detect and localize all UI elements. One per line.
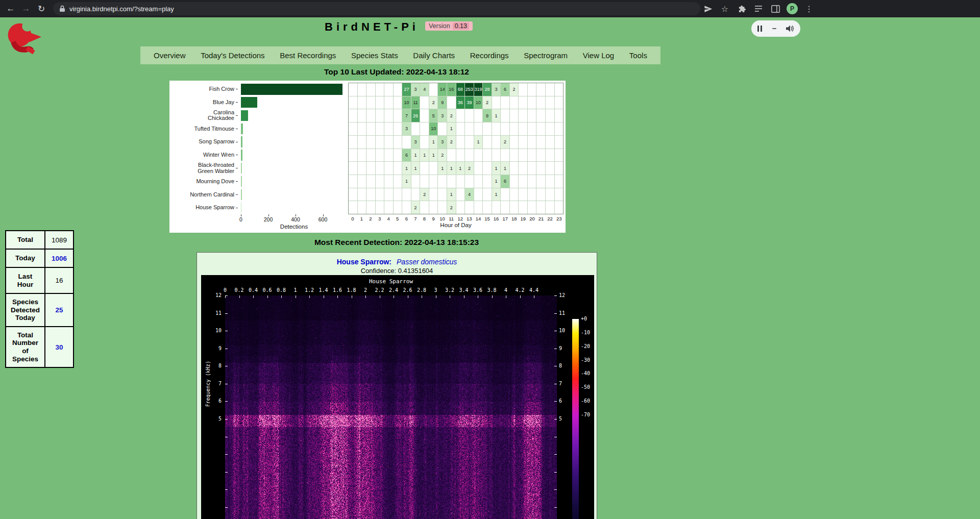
heat-cell: 10 <box>429 122 438 135</box>
heat-cell <box>358 83 367 96</box>
extensions-icon[interactable] <box>736 3 747 14</box>
heat-cell <box>349 109 358 122</box>
bar-xtick: 200 <box>264 216 273 223</box>
nav-item-species-stats[interactable]: Species Stats <box>351 51 398 60</box>
heat-cell <box>366 122 376 135</box>
heat-row-fish-crow: 273414166825331928362 <box>349 83 563 96</box>
heat-cell <box>420 162 429 175</box>
species-label-winter-wren: Winter Wren <box>169 149 238 162</box>
species-label-song-sparrow: Song Sparrow <box>169 135 238 149</box>
nav-item-best-recordings[interactable]: Best Recordings <box>280 51 336 60</box>
heat-cell <box>366 109 376 122</box>
spec-xtick: 3 <box>434 287 437 293</box>
heat-cell <box>528 83 537 96</box>
stats-label: Today <box>6 249 45 267</box>
heat-cell: 319 <box>474 83 483 96</box>
heat-cell <box>349 136 358 149</box>
heat-cell <box>429 175 438 188</box>
heat-row-blue-jay: 1011293639102 <box>349 96 563 110</box>
heat-cell: 3 <box>411 83 421 96</box>
heat-cell: 253 <box>465 83 474 96</box>
heat-cell <box>510 122 519 135</box>
colorbar-tick: -70 <box>581 412 590 417</box>
heat-cell <box>528 122 537 135</box>
heat-cell: 1 <box>492 175 501 188</box>
heat-cell <box>376 201 385 214</box>
pause-button[interactable] <box>757 26 762 32</box>
profile-avatar[interactable]: P <box>787 3 798 14</box>
colorbar-tick: -30 <box>581 357 590 363</box>
heat-cell <box>366 188 376 201</box>
side-panel-icon[interactable] <box>770 3 781 14</box>
heat-cell <box>483 175 492 188</box>
heat-cell <box>376 109 385 122</box>
hour-tick: 8 <box>423 216 426 221</box>
reload-button[interactable]: ↻ <box>35 2 48 15</box>
heat-cell: 1 <box>402 162 411 175</box>
version-badge: Version0.13 <box>425 21 473 31</box>
spec-xtick: 4.2 <box>515 287 524 293</box>
stats-table: Total1089Today1006Last Hour16Species Det… <box>5 230 74 368</box>
heat-cell: 1 <box>411 149 421 162</box>
spec-xtick: 0.6 <box>262 287 272 293</box>
nav-item-overview[interactable]: Overview <box>154 51 186 60</box>
heat-cell <box>546 136 555 149</box>
species-bar-song-sparrow <box>241 136 242 147</box>
nav-item-spectrogram[interactable]: Spectrogram <box>524 51 568 60</box>
species-bar-winter-wren <box>241 150 242 160</box>
detection-scientific-link[interactable]: Passer domesticus <box>397 258 457 266</box>
back-button[interactable]: ← <box>4 2 17 15</box>
heat-cell: 2 <box>429 96 438 109</box>
bar-xtick: 400 <box>291 216 300 223</box>
volume-icon[interactable] <box>786 25 794 32</box>
nav-item-view-log[interactable]: View Log <box>583 51 614 60</box>
heat-cell <box>358 188 367 201</box>
stats-value[interactable]: 1006 <box>45 249 74 267</box>
spec-xtick: 3.8 <box>487 287 496 293</box>
heat-cell: 16 <box>447 83 456 96</box>
heat-cell <box>384 162 394 175</box>
detection-species-link[interactable]: House Sparrow: <box>337 258 391 266</box>
player-timeline[interactable] <box>772 28 776 29</box>
heat-cell <box>555 122 564 135</box>
reading-list-icon[interactable] <box>753 3 764 14</box>
nav-item-daily-charts[interactable]: Daily Charts <box>413 51 455 60</box>
nav-item-today-s-detections[interactable]: Today's Detections <box>201 51 264 60</box>
menu-kebab-icon[interactable]: ⋮ <box>803 3 815 14</box>
heat-cell <box>447 149 456 162</box>
heat-cell: 3 <box>438 136 447 149</box>
heat-cell <box>411 122 421 135</box>
heat-cell <box>438 201 447 214</box>
bar-xaxis-label: Detections <box>280 224 308 230</box>
spec-xtick: 0.2 <box>234 287 243 293</box>
heat-cell: 2 <box>510 83 519 96</box>
spec-ytick: 11 <box>559 310 575 316</box>
heat-cell <box>429 201 438 214</box>
heat-cell <box>394 109 403 122</box>
heat-row-carolina-chickadee: 72653291 <box>349 109 563 122</box>
spectrogram-title: House Sparrow <box>225 278 557 285</box>
nav-item-recordings[interactable]: Recordings <box>470 51 509 60</box>
heat-cell: 1 <box>447 188 456 201</box>
heat-cell <box>555 188 564 201</box>
forward-button[interactable]: → <box>19 2 33 15</box>
stats-value[interactable]: 25 <box>45 293 74 327</box>
heat-cell <box>501 201 510 214</box>
heat-cell <box>384 83 394 96</box>
heat-cell: 2 <box>501 136 510 149</box>
hour-tick: 10 <box>439 216 445 221</box>
stats-value[interactable]: 30 <box>45 327 74 367</box>
nav-item-tools[interactable]: Tools <box>629 51 647 60</box>
heat-cell <box>546 96 555 109</box>
url-text[interactable]: virginia.birdnetpi.com/?stream=play <box>69 5 174 13</box>
bookmark-star-icon[interactable]: ☆ <box>719 3 730 14</box>
send-icon[interactable] <box>702 3 714 14</box>
omnibox[interactable]: virginia.birdnetpi.com/?stream=play <box>53 2 700 15</box>
top10-heading: Top 10 Last Updated: 2022-04-13 18:12 <box>0 67 793 77</box>
spec-xtick: 1 <box>293 287 297 293</box>
heat-cell <box>429 188 438 201</box>
lock-icon <box>59 5 65 12</box>
heat-cell <box>349 122 358 135</box>
heat-cell <box>376 188 385 201</box>
spec-xtick: 1.4 <box>318 287 328 293</box>
